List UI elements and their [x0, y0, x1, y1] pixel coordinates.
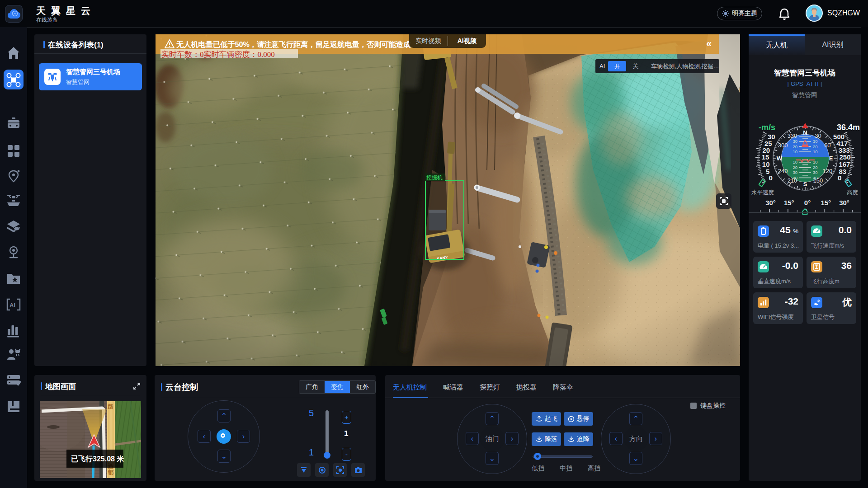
- svg-text:15°: 15°: [784, 199, 794, 206]
- svg-text:30: 30: [793, 139, 797, 144]
- svg-text:路: 路: [107, 403, 114, 410]
- svg-text:330: 330: [788, 132, 797, 139]
- svg-text:15: 15: [762, 153, 769, 161]
- svg-text:300: 300: [778, 142, 788, 149]
- svg-text:333: 333: [839, 146, 850, 154]
- svg-text:240: 240: [778, 168, 788, 174]
- svg-text:W: W: [777, 155, 783, 162]
- svg-text:30: 30: [813, 170, 818, 175]
- svg-text:S: S: [803, 181, 807, 188]
- svg-text:0°: 0°: [804, 199, 811, 206]
- svg-text:20: 20: [793, 144, 797, 149]
- svg-text:20: 20: [813, 165, 818, 170]
- svg-text:水平速度: 水平速度: [751, 189, 774, 196]
- svg-text:已飞行325.08 米: 已飞行325.08 米: [71, 455, 124, 463]
- svg-text:10: 10: [813, 149, 818, 154]
- svg-text:167: 167: [839, 160, 850, 168]
- svg-text:30: 30: [815, 132, 821, 139]
- svg-text:20: 20: [793, 165, 797, 170]
- svg-text:N: N: [803, 129, 807, 136]
- svg-text:20: 20: [813, 144, 818, 149]
- svg-text:36.4m: 36.4m: [837, 123, 860, 132]
- svg-text:210: 210: [788, 177, 797, 184]
- svg-text:30°: 30°: [765, 199, 776, 206]
- svg-text:E: E: [829, 155, 833, 162]
- svg-text:-m/s: -m/s: [759, 123, 775, 132]
- svg-text:30: 30: [768, 133, 775, 141]
- svg-text:60: 60: [824, 142, 830, 149]
- svg-text:30: 30: [813, 139, 818, 144]
- svg-text:15°: 15°: [821, 199, 831, 206]
- svg-text:250: 250: [839, 153, 850, 161]
- svg-text:10: 10: [793, 149, 797, 154]
- svg-text:10: 10: [762, 160, 770, 168]
- svg-text:AI: AI: [9, 302, 15, 309]
- svg-text:83: 83: [839, 168, 847, 175]
- svg-text:30: 30: [793, 170, 797, 175]
- svg-text:高度: 高度: [847, 189, 858, 196]
- svg-text:500: 500: [833, 133, 844, 141]
- svg-text:30°: 30°: [839, 199, 849, 206]
- svg-text:5: 5: [766, 168, 769, 175]
- svg-text:都: 都: [107, 469, 114, 476]
- svg-text:20: 20: [762, 146, 770, 154]
- svg-text:150: 150: [813, 177, 823, 184]
- svg-text:120: 120: [823, 168, 833, 174]
